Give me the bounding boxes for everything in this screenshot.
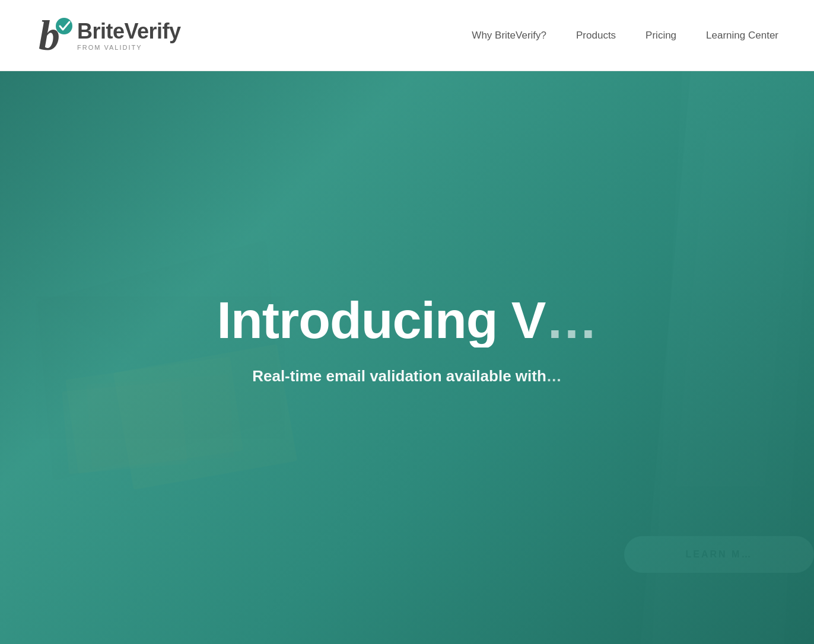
main-nav: Why BriteVerify? Products Pricing Learni… <box>472 30 778 42</box>
svg-text:b: b <box>39 13 60 58</box>
nav-link-learning[interactable]: Learning Center <box>706 30 778 41</box>
nav-link-pricing[interactable]: Pricing <box>646 30 676 41</box>
nav-item-why[interactable]: Why BriteVerify? <box>472 30 546 42</box>
nav-item-products[interactable]: Products <box>576 30 616 42</box>
site-header: b BriteVerify FROM VALIDITY Why BriteVer… <box>0 0 814 71</box>
nav-link-products[interactable]: Products <box>576 30 616 41</box>
svg-point-1 <box>56 18 72 34</box>
logo-icon: b <box>36 12 77 59</box>
nav-link-why[interactable]: Why BriteVerify? <box>472 30 546 41</box>
logo[interactable]: b BriteVerify FROM VALIDITY <box>36 12 181 59</box>
nav-item-pricing[interactable]: Pricing <box>646 30 676 42</box>
logo-text-group: BriteVerify FROM VALIDITY <box>77 20 181 52</box>
hero-section: Introducing V… Real-time email validatio… <box>0 71 814 644</box>
logo-brand-text: BriteVerify <box>77 20 181 43</box>
hero-title: Introducing V… <box>217 293 597 347</box>
logo-tagline: FROM VALIDITY <box>77 44 181 51</box>
hero-content: Introducing V… Real-time email validatio… <box>0 71 814 644</box>
nav-item-learning[interactable]: Learning Center <box>706 30 778 42</box>
nav-menu: Why BriteVerify? Products Pricing Learni… <box>472 30 778 42</box>
hero-subtitle: Real-time email validation available wit… <box>252 365 562 387</box>
